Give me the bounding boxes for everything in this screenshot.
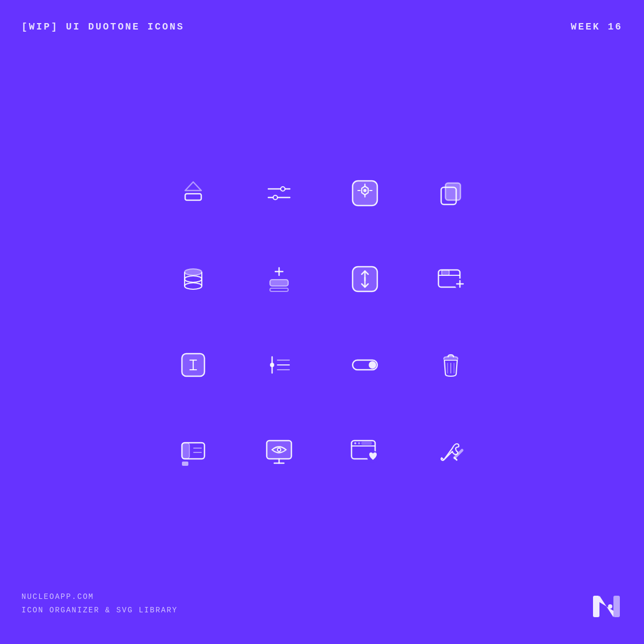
footer-line2: ICON ORGANIZER & SVG LIBRARY (21, 604, 178, 617)
footer-logo (590, 590, 623, 623)
svg-point-42 (270, 363, 274, 367)
svg-rect-1 (185, 194, 201, 200)
gear-box-icon (330, 158, 400, 228)
svg-point-10 (363, 189, 367, 192)
svg-rect-16 (441, 187, 456, 204)
svg-point-64 (358, 442, 360, 444)
footer-line1: NUCLEOAPP.COM (21, 590, 178, 604)
svg-point-17 (185, 269, 202, 275)
svg-line-68 (455, 458, 457, 460)
svg-point-4 (281, 187, 284, 191)
toggle-off-icon (330, 330, 400, 400)
svg-point-71 (608, 604, 612, 609)
icons-grid (158, 158, 486, 486)
svg-rect-26 (270, 280, 288, 286)
svg-rect-65 (361, 442, 372, 445)
filter-funnel-icon (158, 158, 228, 228)
list-settings-icon (244, 330, 314, 400)
browser-heart-icon (330, 416, 400, 486)
svg-marker-0 (185, 182, 201, 191)
svg-point-18 (185, 276, 202, 282)
svg-point-7 (274, 196, 277, 199)
svg-rect-69 (593, 596, 599, 617)
svg-point-58 (278, 449, 280, 451)
trash-icon (416, 330, 486, 400)
text-cursor-icon (158, 330, 228, 400)
svg-rect-27 (270, 288, 288, 291)
svg-rect-33 (442, 270, 449, 275)
header-week: WEEK 16 (570, 21, 623, 32)
tools-icon (416, 416, 486, 486)
svg-rect-55 (182, 462, 188, 466)
svg-rect-70 (613, 596, 620, 617)
svg-point-47 (369, 361, 376, 369)
monitor-eye-icon (244, 416, 314, 486)
sliders-icon (244, 158, 314, 228)
database-icon (158, 244, 228, 314)
footer-text: NUCLEOAPP.COM ICON ORGANIZER & SVG LIBRA… (21, 590, 178, 617)
resize-vertical-icon (330, 244, 400, 314)
svg-point-63 (354, 442, 356, 444)
new-tab-icon (416, 244, 486, 314)
svg-rect-52 (182, 443, 189, 459)
add-row-icon (244, 244, 314, 314)
copy-layers-icon (416, 158, 486, 228)
header-title: [WIP] UI DUOTONE ICONS (21, 21, 185, 32)
layout-left-icon (158, 416, 228, 486)
svg-point-21 (185, 283, 202, 289)
